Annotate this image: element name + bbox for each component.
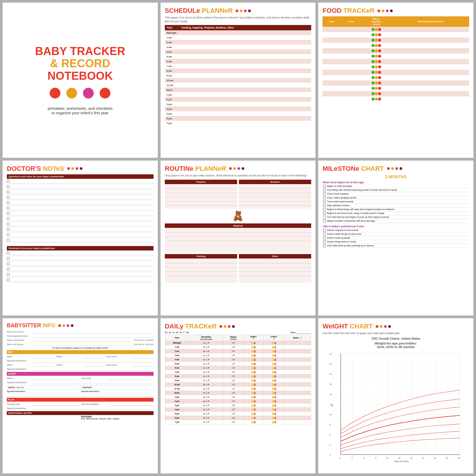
- food-notes-cell: [392, 37, 469, 43]
- svg-text:8: 8: [330, 424, 331, 426]
- milestone-dots: [387, 167, 402, 170]
- doctors-section2-bar: Reminders from your baby's pediatrician: [7, 246, 154, 250]
- schedule-activity-cell: [180, 111, 311, 116]
- cover-dot-4: [100, 88, 110, 98]
- routine-page: ROUTINe PLANNeR This space is for you to…: [160, 160, 316, 316]
- daily-cell-0: 1 pm: [165, 395, 189, 399]
- daily-cell-0: 8 am: [165, 374, 189, 378]
- reaction-face: [378, 60, 381, 63]
- reaction-face: [372, 65, 375, 68]
- schedule-activity-cell: [180, 116, 311, 121]
- checkbox: [7, 212, 10, 215]
- food-notes-cell: [392, 43, 469, 48]
- schedule-activity-cell: [180, 78, 311, 83]
- svg-text:6: 6: [330, 434, 331, 436]
- reaction-face: [378, 39, 381, 42]
- food-food-cell: [341, 96, 361, 102]
- food-col-reaction: Baby'sReaction(circle): [361, 16, 392, 27]
- reaction-face: [372, 44, 375, 47]
- daily-cell-0: 7 pm: [165, 420, 189, 424]
- food-date-cell: [322, 70, 341, 75]
- schedule-time-cell: 4 am: [165, 49, 180, 54]
- daily-cell-2: L R: [223, 399, 243, 403]
- daily-cell-2: L R: [223, 366, 243, 370]
- daily-cell-3: 🟡🧸: [244, 341, 264, 345]
- weight-title: WeIGHT CHART: [322, 322, 372, 330]
- routine-other-lines: [239, 259, 311, 283]
- doctors-dots: [67, 167, 82, 170]
- milestone-page: MILeSTONe CHART 2 MONTHS What most babie…: [318, 160, 474, 316]
- milestone-item: Turns head toward sounds: [323, 200, 469, 204]
- doctors-list-item: [7, 185, 154, 190]
- reaction-face: [372, 98, 375, 101]
- food-notes-cell: [392, 54, 469, 59]
- daily-row: 3 pmoz. L RL R🟡🧸🟡🧸: [165, 403, 311, 408]
- daily-cell-3: 🟡🧸: [244, 399, 264, 403]
- food-food-cell: [341, 91, 361, 96]
- bs-row-dad: Dad's cell phone: Feel free to: Call Tex…: [7, 342, 154, 346]
- schedule-activity-cell: [180, 40, 311, 45]
- food-header: FOOD TRACKeR: [322, 7, 469, 15]
- schedule-col-time: Time: [165, 25, 180, 30]
- daily-cell-4: 🟡🧸: [264, 349, 284, 353]
- reaction-face: [375, 65, 378, 68]
- daily-cell-5: [284, 399, 311, 403]
- food-reaction-cell: [361, 96, 392, 102]
- milestone-concern-item: Doesn't smile at people: [323, 237, 469, 240]
- reaction-face: [372, 87, 375, 90]
- daily-cell-0: 10 am: [165, 383, 189, 387]
- weight-chart-subtitle: Weight-for-age percentiles:Girls, birth …: [322, 342, 469, 349]
- daily-cell-3: 🟡🧸: [244, 345, 264, 349]
- daily-row: 1 amoz. L RL R🟡🧸🟡🧸: [165, 345, 311, 349]
- doctors-reminder-item: [7, 278, 154, 283]
- daily-cell-5: [284, 374, 311, 378]
- schedule-time-cell: 7 pm: [165, 121, 180, 126]
- daily-cell-3: 🟡🧸: [244, 362, 264, 366]
- routine-feeding-lines: [165, 259, 237, 283]
- schedule-activity-cell: [180, 68, 311, 73]
- checkbox: [323, 185, 326, 187]
- routine-subtitle: This space is for you to plan daily rout…: [165, 174, 311, 178]
- schedule-time-cell: 5 pm: [165, 111, 180, 116]
- routine-header: ROUTINe PLANNeR: [165, 165, 311, 173]
- doctors-reminder-item: [7, 257, 154, 261]
- svg-text:18: 18: [330, 373, 332, 375]
- daily-col-breastfed: Breastfed(nursing side): [189, 335, 223, 341]
- checkbox: [323, 200, 326, 203]
- daily-table: Time Breastfed(nursing side) Diaper(Circ…: [165, 335, 311, 424]
- schedule-activity-cell: [180, 45, 311, 49]
- schedule-time-cell: 8 am: [165, 68, 180, 73]
- daily-cell-5: [284, 412, 311, 416]
- daily-cell-3: 🟡🧸: [244, 349, 264, 353]
- cover-subtitle: printables, worksheets, and checkliststo…: [48, 106, 112, 115]
- food-page: FOOD TRACKeR Date Food Baby'sReaction(ci…: [318, 2, 474, 158]
- daily-cell-0: 11 am: [165, 387, 189, 391]
- food-date-cell: [322, 48, 341, 54]
- schedule-dots: [236, 10, 251, 12]
- daily-cell-3: 🟡🧸: [244, 408, 264, 412]
- schedule-activity-cell: [180, 107, 311, 111]
- food-food-cell: [341, 64, 361, 70]
- food-food-cell: [341, 32, 361, 37]
- reaction-face: [378, 49, 381, 52]
- weight-dots: [376, 325, 391, 328]
- cover-dot-2: [66, 88, 77, 98]
- schedule-col-activity: Feeding, Napping, Playtime, Bedtime, Oth…: [180, 25, 311, 30]
- doctors-reminder-item: [7, 273, 154, 277]
- checkbox: [7, 234, 10, 236]
- daily-cell-4: 🟡🧸: [264, 366, 284, 370]
- daily-cell-2: L R: [223, 378, 243, 383]
- bs-sleep-fields: When:How long: Special Instructions:: [7, 376, 154, 384]
- checkbox: [7, 278, 10, 281]
- daily-cell-0: 3 pm: [165, 403, 189, 408]
- food-notes-cell: [392, 64, 469, 70]
- doctors-list-item: [7, 206, 154, 211]
- daily-cell-4: 🟡🧸: [264, 387, 284, 391]
- daily-cell-4: 🟡🧸: [264, 395, 284, 399]
- daily-cell-1: oz. L R: [189, 358, 223, 362]
- schedule-time-cell: 4 pm: [165, 107, 180, 111]
- schedule-subtitle: This space is for you to jot down patter…: [165, 16, 311, 23]
- milestone-checklist2: Doesn't respond to loud soundsDoesn't wa…: [322, 229, 469, 248]
- routine-other-title: Other: [239, 254, 311, 259]
- checkbox: [7, 185, 10, 188]
